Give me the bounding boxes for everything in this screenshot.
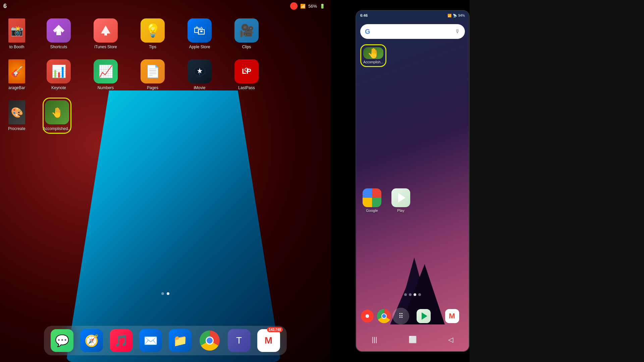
app-pages[interactable]: 📄 Pages: [139, 59, 166, 90]
android-page-dots: [404, 293, 421, 296]
android-battery: 94%: [458, 14, 465, 17]
app-row-3: 🎨 Procreate 🤚 Accomplished...: [27, 100, 304, 131]
app-imovie[interactable]: ★ iMovie: [186, 59, 213, 90]
teams-icon: T: [236, 335, 242, 346]
ipad-statusbar: 6 📶 56% 🔋: [0, 0, 330, 12]
google-green-square: [372, 198, 381, 207]
android-status-icons: 📶 📡 94%: [447, 14, 465, 17]
files-icon: 📁: [173, 334, 187, 347]
android-chrome-outer: [377, 309, 391, 323]
dock-teams[interactable]: T: [228, 329, 251, 352]
ipad-screen: 6 📶 56% 🔋 📸 to Booth Shortcuts: [0, 0, 330, 362]
android-play-icon: [391, 188, 410, 207]
google-yellow-square: [363, 198, 372, 207]
ipad-dock: 💬 🧭 🎵 ✉️ 📁 T M 143,748: [44, 326, 287, 355]
dock-mail[interactable]: ✉️: [139, 329, 162, 352]
music-icon: 🎵: [114, 334, 128, 347]
app-shortcuts[interactable]: Shortcuts: [45, 18, 72, 49]
android-accomplished-icon: 🤚: [363, 47, 383, 59]
app-numbers[interactable]: 📈 Numbers: [92, 59, 119, 90]
app-keynote[interactable]: 📊 Keynote: [45, 59, 72, 90]
gmail-icon: M: [265, 335, 272, 346]
app-accomplished[interactable]: 🤚 Accomplished...: [44, 99, 70, 133]
android-accomplished-label: Accomplish...: [363, 60, 383, 64]
app-lastpass[interactable]: LP LastPass: [233, 59, 260, 90]
android-accomplished-app[interactable]: 🤚 Accomplish...: [360, 44, 386, 67]
android-gmail-icon: M: [449, 312, 455, 320]
app-label-apple-store: Apple Store: [189, 45, 210, 49]
dock-files[interactable]: 📁: [169, 329, 192, 352]
dock-chrome[interactable]: [198, 329, 221, 352]
app-row-2: 🎸 GarageBand 📊 Keynote 📈 Numbers 📄: [27, 59, 304, 90]
page-indicators: [161, 292, 169, 295]
ipad-app-grid: 📸 to Booth Shortcuts iTunes Store �: [0, 18, 330, 141]
android-apps-grid-icon: ⠿: [398, 312, 404, 320]
android-dock-record[interactable]: ⏺: [359, 308, 376, 324]
app-row-1: 📸 to Booth Shortcuts iTunes Store �: [27, 18, 304, 49]
app-label-imovie: iMovie: [194, 85, 206, 90]
android-wifi-icon: 📡: [453, 14, 457, 17]
app-label-clips: Clips: [242, 45, 251, 49]
android-phone: 6:46 📶 📡 94% G 🎙 🤚 Accomplish...: [356, 10, 470, 352]
android-app-row-google: Google Play: [360, 188, 465, 213]
microphone-icon[interactable]: 🎙: [455, 28, 460, 35]
app-label-accomplished: Accomplished...: [43, 126, 71, 131]
android-nav-home[interactable]: ⬜: [405, 332, 420, 347]
app-label-pages: Pages: [147, 85, 158, 90]
svg-text:★: ★: [197, 68, 203, 74]
android-nav-back[interactable]: ◁: [445, 332, 457, 347]
svg-rect-1: [104, 33, 107, 36]
android-google-app[interactable]: Google: [360, 188, 384, 213]
status-icons: 📶 56% 🔋: [290, 2, 325, 10]
app-apple-store[interactable]: 🛍 Apple Store: [186, 18, 213, 49]
android-dock: ⏺ ⠿ M: [359, 308, 466, 324]
safari-icon: 🧭: [85, 334, 99, 347]
android-play-label: Play: [397, 208, 404, 213]
android-chrome-inner: [381, 313, 387, 319]
app-procreate[interactable]: 🎨 Procreate: [8, 100, 25, 131]
android-search-bar[interactable]: G 🎙: [360, 24, 465, 39]
android-statusbar: 6:46 📶 📡 94%: [356, 11, 469, 20]
app-itunes-store[interactable]: iTunes Store: [92, 18, 119, 49]
android-dot-1: [404, 293, 407, 296]
android-google-label: Google: [366, 208, 378, 213]
google-red-square: [372, 188, 381, 198]
record-dot: [290, 2, 298, 10]
android-nav-menu[interactable]: |||: [369, 333, 381, 347]
app-label-photo-booth: to Booth: [9, 45, 24, 49]
app-label-lastpass: LastPass: [238, 85, 255, 90]
mail-icon: ✉️: [144, 334, 158, 347]
android-dock-gmail[interactable]: M: [445, 309, 459, 323]
google-logo: G: [365, 28, 370, 36]
app-label-itunes: iTunes Store: [94, 45, 117, 49]
battery-pct: 56%: [308, 4, 317, 9]
play-triangle: [398, 193, 406, 202]
dock-safari[interactable]: 🧭: [80, 329, 103, 352]
android-dock-apps[interactable]: ⠿: [392, 308, 409, 324]
app-clips[interactable]: 🎥 Clips: [233, 18, 260, 49]
app-label-tips: Tips: [149, 45, 156, 49]
app-garageband[interactable]: 🎸 GarageBand: [8, 59, 25, 90]
android-dock-chrome[interactable]: [376, 308, 392, 324]
app-label-keynote: Keynote: [51, 85, 66, 90]
battery-icon: 🔋: [320, 4, 325, 9]
dock-messages[interactable]: 💬: [51, 329, 73, 352]
right-area: [470, 0, 644, 362]
android-search-input[interactable]: [374, 24, 451, 39]
android-dot-2: [409, 293, 412, 296]
android-dock-playstore[interactable]: [417, 309, 431, 323]
app-label-procreate: Procreate: [8, 126, 25, 131]
android-google-icon: [363, 188, 381, 207]
google-blue-square: [363, 188, 372, 198]
dock-gmail[interactable]: M 143,748: [257, 329, 280, 352]
gmail-badge: 143,748: [267, 327, 282, 332]
dock-music[interactable]: 🎵: [110, 329, 132, 352]
android-signal-icon: 📶: [447, 14, 451, 17]
android-time: 6:46: [360, 13, 368, 17]
playstore-triangle: [422, 312, 427, 320]
android-navbar: ||| ⬜ ◁: [356, 331, 469, 348]
messages-icon: 💬: [55, 334, 69, 347]
app-tips[interactable]: 💡 Tips: [139, 18, 166, 49]
app-photo-booth[interactable]: 📸 to Booth: [8, 18, 25, 49]
android-play-app[interactable]: Play: [389, 188, 413, 213]
